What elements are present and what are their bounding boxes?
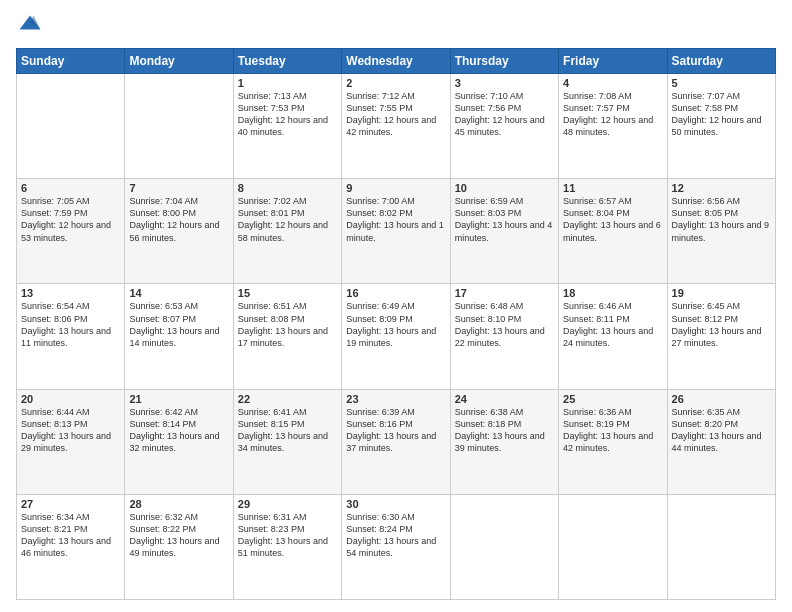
- calendar-cell: 22Sunrise: 6:41 AMSunset: 8:15 PMDayligh…: [233, 389, 341, 494]
- day-number: 20: [21, 393, 120, 405]
- day-info: Sunrise: 6:59 AMSunset: 8:03 PMDaylight:…: [455, 195, 554, 244]
- calendar-week-3: 13Sunrise: 6:54 AMSunset: 8:06 PMDayligh…: [17, 284, 776, 389]
- day-number: 16: [346, 287, 445, 299]
- day-info: Sunrise: 7:10 AMSunset: 7:56 PMDaylight:…: [455, 90, 554, 139]
- day-info: Sunrise: 6:38 AMSunset: 8:18 PMDaylight:…: [455, 406, 554, 455]
- day-info: Sunrise: 6:46 AMSunset: 8:11 PMDaylight:…: [563, 300, 662, 349]
- day-info: Sunrise: 7:00 AMSunset: 8:02 PMDaylight:…: [346, 195, 445, 244]
- day-number: 1: [238, 77, 337, 89]
- calendar-header-row: SundayMondayTuesdayWednesdayThursdayFrid…: [17, 49, 776, 74]
- day-number: 18: [563, 287, 662, 299]
- day-info: Sunrise: 6:53 AMSunset: 8:07 PMDaylight:…: [129, 300, 228, 349]
- calendar-cell: 28Sunrise: 6:32 AMSunset: 8:22 PMDayligh…: [125, 494, 233, 599]
- calendar-cell: 9Sunrise: 7:00 AMSunset: 8:02 PMDaylight…: [342, 179, 450, 284]
- calendar-cell: 18Sunrise: 6:46 AMSunset: 8:11 PMDayligh…: [559, 284, 667, 389]
- header-cell-saturday: Saturday: [667, 49, 775, 74]
- header-cell-sunday: Sunday: [17, 49, 125, 74]
- day-number: 13: [21, 287, 120, 299]
- day-number: 11: [563, 182, 662, 194]
- calendar-week-1: 1Sunrise: 7:13 AMSunset: 7:53 PMDaylight…: [17, 74, 776, 179]
- day-number: 3: [455, 77, 554, 89]
- day-number: 22: [238, 393, 337, 405]
- day-number: 23: [346, 393, 445, 405]
- calendar-cell: 3Sunrise: 7:10 AMSunset: 7:56 PMDaylight…: [450, 74, 558, 179]
- day-info: Sunrise: 6:51 AMSunset: 8:08 PMDaylight:…: [238, 300, 337, 349]
- calendar-cell: [450, 494, 558, 599]
- day-info: Sunrise: 7:05 AMSunset: 7:59 PMDaylight:…: [21, 195, 120, 244]
- day-info: Sunrise: 7:04 AMSunset: 8:00 PMDaylight:…: [129, 195, 228, 244]
- day-info: Sunrise: 6:31 AMSunset: 8:23 PMDaylight:…: [238, 511, 337, 560]
- day-number: 7: [129, 182, 228, 194]
- calendar-cell: 19Sunrise: 6:45 AMSunset: 8:12 PMDayligh…: [667, 284, 775, 389]
- calendar-cell: 14Sunrise: 6:53 AMSunset: 8:07 PMDayligh…: [125, 284, 233, 389]
- header-cell-monday: Monday: [125, 49, 233, 74]
- day-number: 21: [129, 393, 228, 405]
- day-number: 12: [672, 182, 771, 194]
- calendar-cell: 2Sunrise: 7:12 AMSunset: 7:55 PMDaylight…: [342, 74, 450, 179]
- day-number: 29: [238, 498, 337, 510]
- calendar-cell: 4Sunrise: 7:08 AMSunset: 7:57 PMDaylight…: [559, 74, 667, 179]
- day-number: 6: [21, 182, 120, 194]
- calendar: SundayMondayTuesdayWednesdayThursdayFrid…: [16, 48, 776, 600]
- day-info: Sunrise: 6:56 AMSunset: 8:05 PMDaylight:…: [672, 195, 771, 244]
- calendar-cell: 5Sunrise: 7:07 AMSunset: 7:58 PMDaylight…: [667, 74, 775, 179]
- calendar-cell: 1Sunrise: 7:13 AMSunset: 7:53 PMDaylight…: [233, 74, 341, 179]
- day-info: Sunrise: 6:42 AMSunset: 8:14 PMDaylight:…: [129, 406, 228, 455]
- calendar-cell: 24Sunrise: 6:38 AMSunset: 8:18 PMDayligh…: [450, 389, 558, 494]
- day-info: Sunrise: 6:49 AMSunset: 8:09 PMDaylight:…: [346, 300, 445, 349]
- day-info: Sunrise: 6:34 AMSunset: 8:21 PMDaylight:…: [21, 511, 120, 560]
- calendar-cell: 26Sunrise: 6:35 AMSunset: 8:20 PMDayligh…: [667, 389, 775, 494]
- day-number: 4: [563, 77, 662, 89]
- day-number: 15: [238, 287, 337, 299]
- calendar-cell: 15Sunrise: 6:51 AMSunset: 8:08 PMDayligh…: [233, 284, 341, 389]
- day-info: Sunrise: 7:08 AMSunset: 7:57 PMDaylight:…: [563, 90, 662, 139]
- calendar-cell: [559, 494, 667, 599]
- calendar-cell: [667, 494, 775, 599]
- day-number: 24: [455, 393, 554, 405]
- calendar-cell: 23Sunrise: 6:39 AMSunset: 8:16 PMDayligh…: [342, 389, 450, 494]
- day-info: Sunrise: 7:12 AMSunset: 7:55 PMDaylight:…: [346, 90, 445, 139]
- header-cell-wednesday: Wednesday: [342, 49, 450, 74]
- calendar-cell: 11Sunrise: 6:57 AMSunset: 8:04 PMDayligh…: [559, 179, 667, 284]
- day-info: Sunrise: 6:30 AMSunset: 8:24 PMDaylight:…: [346, 511, 445, 560]
- calendar-week-2: 6Sunrise: 7:05 AMSunset: 7:59 PMDaylight…: [17, 179, 776, 284]
- calendar-cell: 27Sunrise: 6:34 AMSunset: 8:21 PMDayligh…: [17, 494, 125, 599]
- day-info: Sunrise: 7:13 AMSunset: 7:53 PMDaylight:…: [238, 90, 337, 139]
- calendar-week-4: 20Sunrise: 6:44 AMSunset: 8:13 PMDayligh…: [17, 389, 776, 494]
- calendar-body: 1Sunrise: 7:13 AMSunset: 7:53 PMDaylight…: [17, 74, 776, 600]
- header-cell-thursday: Thursday: [450, 49, 558, 74]
- header-cell-friday: Friday: [559, 49, 667, 74]
- day-number: 28: [129, 498, 228, 510]
- day-number: 9: [346, 182, 445, 194]
- day-info: Sunrise: 6:35 AMSunset: 8:20 PMDaylight:…: [672, 406, 771, 455]
- calendar-cell: 12Sunrise: 6:56 AMSunset: 8:05 PMDayligh…: [667, 179, 775, 284]
- calendar-cell: 30Sunrise: 6:30 AMSunset: 8:24 PMDayligh…: [342, 494, 450, 599]
- logo: [16, 12, 48, 40]
- day-info: Sunrise: 6:54 AMSunset: 8:06 PMDaylight:…: [21, 300, 120, 349]
- day-info: Sunrise: 6:57 AMSunset: 8:04 PMDaylight:…: [563, 195, 662, 244]
- calendar-cell: 13Sunrise: 6:54 AMSunset: 8:06 PMDayligh…: [17, 284, 125, 389]
- day-info: Sunrise: 6:39 AMSunset: 8:16 PMDaylight:…: [346, 406, 445, 455]
- day-number: 25: [563, 393, 662, 405]
- calendar-cell: 16Sunrise: 6:49 AMSunset: 8:09 PMDayligh…: [342, 284, 450, 389]
- day-number: 14: [129, 287, 228, 299]
- calendar-cell: 29Sunrise: 6:31 AMSunset: 8:23 PMDayligh…: [233, 494, 341, 599]
- header: [16, 12, 776, 40]
- day-number: 30: [346, 498, 445, 510]
- day-info: Sunrise: 6:41 AMSunset: 8:15 PMDaylight:…: [238, 406, 337, 455]
- calendar-cell: [125, 74, 233, 179]
- day-number: 5: [672, 77, 771, 89]
- day-info: Sunrise: 6:36 AMSunset: 8:19 PMDaylight:…: [563, 406, 662, 455]
- day-number: 10: [455, 182, 554, 194]
- calendar-cell: 25Sunrise: 6:36 AMSunset: 8:19 PMDayligh…: [559, 389, 667, 494]
- logo-icon: [16, 12, 44, 40]
- day-info: Sunrise: 6:48 AMSunset: 8:10 PMDaylight:…: [455, 300, 554, 349]
- calendar-cell: 7Sunrise: 7:04 AMSunset: 8:00 PMDaylight…: [125, 179, 233, 284]
- calendar-cell: 21Sunrise: 6:42 AMSunset: 8:14 PMDayligh…: [125, 389, 233, 494]
- calendar-cell: 17Sunrise: 6:48 AMSunset: 8:10 PMDayligh…: [450, 284, 558, 389]
- day-info: Sunrise: 7:02 AMSunset: 8:01 PMDaylight:…: [238, 195, 337, 244]
- calendar-week-5: 27Sunrise: 6:34 AMSunset: 8:21 PMDayligh…: [17, 494, 776, 599]
- day-number: 8: [238, 182, 337, 194]
- calendar-cell: 8Sunrise: 7:02 AMSunset: 8:01 PMDaylight…: [233, 179, 341, 284]
- calendar-cell: 6Sunrise: 7:05 AMSunset: 7:59 PMDaylight…: [17, 179, 125, 284]
